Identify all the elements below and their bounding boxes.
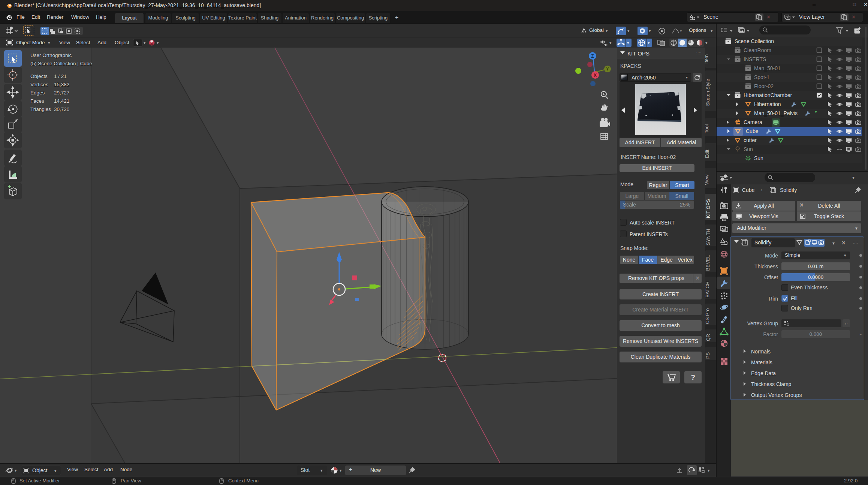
svg-text:Y: Y xyxy=(606,67,609,71)
svg-text:Z: Z xyxy=(591,54,594,59)
svg-text:X: X xyxy=(594,73,597,78)
